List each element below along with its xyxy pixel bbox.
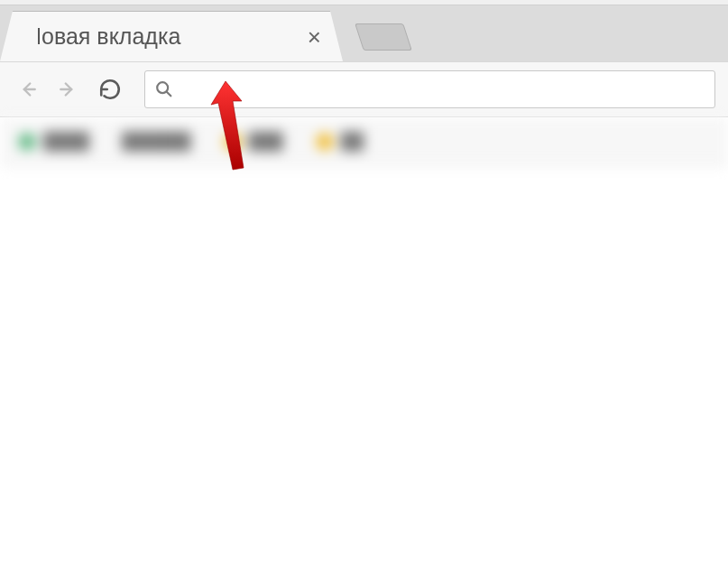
reload-button[interactable]: [96, 75, 124, 104]
svg-line-3: [167, 92, 171, 97]
close-icon[interactable]: ×: [302, 25, 327, 49]
tab-strip: Новая вкладка ×: [0, 5, 728, 61]
bookmark-item[interactable]: ███: [224, 132, 283, 151]
address-bar[interactable]: [144, 70, 715, 108]
browser-tab[interactable]: Новая вкладка ×: [0, 11, 343, 61]
forward-button[interactable]: [54, 75, 83, 104]
bookmark-item[interactable]: ██████: [122, 132, 191, 151]
search-icon: [154, 79, 174, 99]
back-button[interactable]: [13, 75, 41, 104]
page-content: [0, 166, 728, 564]
new-tab-button[interactable]: [355, 23, 412, 51]
bookmarks-bar: ████ ██████ ███ ██: [0, 117, 728, 166]
bookmark-item[interactable]: ████: [18, 132, 89, 151]
bookmark-item[interactable]: ██: [316, 132, 364, 151]
reload-icon: [98, 78, 122, 101]
address-input[interactable]: [181, 80, 705, 99]
tab-title: Новая вкладка: [25, 23, 302, 50]
arrow-right-icon: [57, 78, 80, 101]
toolbar: [0, 61, 728, 117]
arrow-left-icon: [15, 78, 39, 101]
